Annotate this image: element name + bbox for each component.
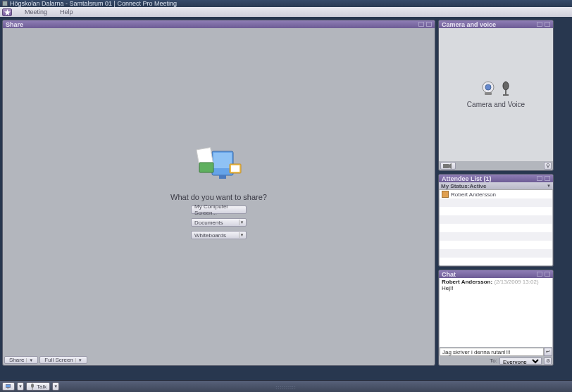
bottombar: ▼ Talk ▼ :::::::::: <box>0 380 572 392</box>
share-footer-fullscreen-button[interactable]: Full Screen ▼ <box>39 356 87 364</box>
chevron-down-icon: ▼ <box>75 358 82 362</box>
svg-rect-2 <box>213 153 232 168</box>
svg-point-9 <box>485 84 491 90</box>
chevron-down-icon: ▼ <box>26 358 33 362</box>
svg-rect-5 <box>199 163 213 172</box>
host-role-icon <box>442 191 449 198</box>
talk-label: Talk <box>37 384 46 390</box>
camera-pod-header[interactable]: Camera and voice <box>439 20 553 28</box>
camera-pod: Camera and voice Camera and Voice <box>438 20 554 171</box>
chat-input[interactable] <box>440 348 544 356</box>
share-screen-label: My Computer Screen... <box>194 203 243 216</box>
layout-star-button[interactable] <box>2 8 12 16</box>
share-prompt: What do you want to share? <box>170 193 267 201</box>
pod-options-icon[interactable] <box>545 176 550 181</box>
pod-minimize-icon[interactable] <box>537 176 542 181</box>
camera-pod-body: Camera and Voice <box>439 28 553 161</box>
chat-options-button[interactable]: ⚙ <box>544 358 552 365</box>
pod-options-icon[interactable] <box>545 272 550 277</box>
pod-minimize-icon[interactable] <box>537 272 542 277</box>
window-title: Högskolan Dalarna - Samtalsrum 01 | Conn… <box>10 0 177 7</box>
pod-minimize-icon[interactable] <box>537 22 542 27</box>
chat-sender: Robert Andersson: <box>442 279 492 285</box>
camera-pod-footer: ⚲ <box>440 162 552 170</box>
svg-marker-15 <box>449 163 452 169</box>
talk-button[interactable]: Talk <box>26 382 50 391</box>
resize-grip[interactable]: :::::::::: <box>275 385 296 390</box>
share-footer-share-label: Share <box>9 357 24 363</box>
menu-meeting[interactable]: Meeting <box>25 8 47 15</box>
pod-options-icon[interactable] <box>426 22 432 27</box>
magnifier-icon: ⚲ <box>546 163 550 169</box>
chevron-down-icon: ▼ <box>18 384 23 388</box>
app-icon <box>2 1 8 6</box>
status-label: My Status: <box>441 183 469 189</box>
pod-minimize-icon[interactable] <box>418 22 424 27</box>
share-pod-body: What do you want to share? My Computer S… <box>3 28 435 355</box>
mic-small-icon <box>30 384 35 390</box>
chevron-down-icon: ▼ <box>54 384 58 388</box>
chevron-down-icon: ▼ <box>239 232 244 238</box>
svg-rect-3 <box>219 175 226 179</box>
chat-send-button[interactable]: ↵ <box>544 348 552 356</box>
webcam-icon <box>481 81 499 96</box>
share-whiteboards-dropdown[interactable]: Whiteboards ▼ <box>191 231 247 239</box>
svg-rect-19 <box>32 388 33 390</box>
share-whiteboards-label: Whiteboards <box>194 232 226 239</box>
monitor-icon <box>6 384 11 389</box>
svg-point-11 <box>503 82 509 90</box>
svg-rect-7 <box>231 165 240 172</box>
chat-to-label: To: <box>490 358 497 364</box>
talk-dropdown[interactable]: ▼ <box>52 382 59 391</box>
attendee-name: Robert Andersson <box>451 191 496 198</box>
attendee-pod: Attendee List (1) My Status:Active ▼ Rob… <box>438 174 554 267</box>
share-pod-footer: Share ▼ Full Screen ▼ <box>4 356 87 364</box>
pod-options-icon[interactable] <box>545 22 550 27</box>
microphone-icon <box>501 81 511 96</box>
share-footer-fullscreen-label: Full Screen <box>44 357 73 363</box>
chat-pod-header[interactable]: Chat <box>439 270 553 278</box>
share-pod-title: Share <box>6 21 23 28</box>
attendee-pod-title: Attendee List <box>442 175 482 182</box>
share-pod-header[interactable]: Share <box>3 20 435 28</box>
share-footer-share-button[interactable]: Share ▼ <box>4 356 38 364</box>
svg-rect-14 <box>443 164 449 168</box>
camera-label: Camera and Voice <box>467 101 525 108</box>
camera-pod-title: Camera and voice <box>442 21 496 28</box>
status-bar[interactable]: My Status:Active ▼ <box>439 182 553 190</box>
chat-pod: Chat Robert Andersson: (2/13/2009 13:02)… <box>438 270 554 366</box>
svg-marker-0 <box>4 9 11 15</box>
status-value: Active <box>469 183 486 189</box>
attendee-count: (1) <box>484 175 492 182</box>
chevron-down-icon: ▼ <box>547 184 551 188</box>
attendee-pod-header[interactable]: Attendee List (1) <box>439 175 553 182</box>
menubar: Meeting Help <box>0 7 572 17</box>
share-screen-button[interactable]: My Computer Screen... <box>191 206 247 214</box>
svg-rect-16 <box>6 384 11 387</box>
share-documents-dropdown[interactable]: Documents ▼ <box>191 218 247 227</box>
chat-to-select[interactable]: Everyone <box>499 358 542 365</box>
camera-icons <box>481 81 511 96</box>
connection-button[interactable] <box>2 382 15 391</box>
start-camera-button[interactable] <box>440 162 456 170</box>
window-titlebar: Högskolan Dalarna - Samtalsrum 01 | Conn… <box>0 0 572 7</box>
menu-help[interactable]: Help <box>60 8 73 15</box>
chat-text: Hej!! <box>442 285 453 291</box>
svg-rect-17 <box>7 387 9 388</box>
chat-pod-title: Chat <box>442 271 456 278</box>
chat-input-row: ↵ <box>440 348 552 356</box>
share-illustration-icon <box>191 144 247 183</box>
camera-options-button[interactable]: ⚲ <box>544 162 552 170</box>
chat-to-row: To: Everyone ⚙ <box>440 357 552 365</box>
connection-dropdown[interactable]: ▼ <box>17 382 24 391</box>
chat-history[interactable]: Robert Andersson: (2/13/2009 13:02) Hej!… <box>440 278 552 347</box>
share-documents-label: Documents <box>194 220 223 226</box>
svg-rect-12 <box>505 90 506 94</box>
chat-time: (2/13/2009 13:02) <box>494 279 538 285</box>
attendee-row[interactable]: Robert Andersson <box>440 190 552 198</box>
workspace: Share What do you want to share? <box>0 18 572 380</box>
chevron-down-icon: ▼ <box>239 220 244 225</box>
share-pod: Share What do you want to share? <box>2 20 435 366</box>
attendee-list: Robert Andersson <box>440 190 552 265</box>
svg-rect-13 <box>503 94 509 96</box>
